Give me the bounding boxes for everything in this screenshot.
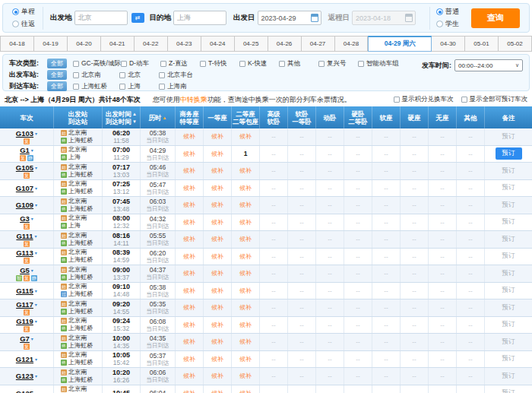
filter-option-上海虹桥[interactable]: 上海虹桥 xyxy=(73,82,119,91)
checkbox-icon[interactable] xyxy=(159,84,165,90)
train-code-link[interactable]: G107 xyxy=(16,184,33,192)
date-tab-04-28[interactable]: 04-28 xyxy=(335,36,369,52)
date-tab-04-25[interactable]: 04-25 xyxy=(235,36,268,52)
expand-caret-icon[interactable] xyxy=(35,131,37,136)
train-code-link[interactable]: G5 xyxy=(20,266,30,274)
radio-icon[interactable] xyxy=(12,21,19,27)
depart-date-input[interactable]: 2023-04-29 xyxy=(258,11,321,25)
checkbox-icon[interactable] xyxy=(119,84,125,90)
date-tab-04-27[interactable]: 04-27 xyxy=(302,36,335,52)
expand-caret-icon[interactable] xyxy=(35,319,37,324)
to-input[interactable]: 上海 xyxy=(173,11,226,25)
expand-caret-icon[interactable] xyxy=(31,216,33,221)
radio-icon[interactable] xyxy=(12,8,19,15)
col-header-hard-sleeper[interactable]: 硬卧二等卧 xyxy=(344,106,372,128)
filter-option-上海[interactable]: 上海 xyxy=(119,82,159,91)
checkbox-icon[interactable] xyxy=(160,61,166,67)
date-tab-04-22[interactable]: 04-22 xyxy=(135,36,168,52)
radio-icon[interactable] xyxy=(436,8,443,15)
expand-caret-icon[interactable] xyxy=(31,336,33,341)
checkbox-icon[interactable] xyxy=(119,72,125,78)
expand-caret-icon[interactable] xyxy=(35,233,37,239)
col-header-second-class[interactable]: 二等座二等包座 xyxy=(231,106,259,128)
train-code-link[interactable]: G7 xyxy=(20,334,30,343)
filter-option-北京南[interactable]: 北京南 xyxy=(73,71,119,80)
col-header-stations[interactable]: 出发站到达站 xyxy=(53,106,102,128)
sort-arrow-icon[interactable]: ▲ xyxy=(132,110,137,118)
swap-stations-icon[interactable] xyxy=(131,13,144,23)
calendar-icon[interactable] xyxy=(311,14,318,22)
checkbox-icon[interactable] xyxy=(121,61,127,67)
filter-option-Z-直达[interactable]: Z-直达 xyxy=(160,59,200,68)
date-tab-04-26[interactable]: 04-26 xyxy=(268,36,302,52)
date-tab-04-29[interactable]: 04-29 周六 xyxy=(368,36,432,52)
col-header-first-class[interactable]: 一等座 xyxy=(203,106,231,128)
date-tab-04-19[interactable]: 04-19 xyxy=(34,36,68,52)
train-code-link[interactable]: G115 xyxy=(16,287,33,295)
col-header-hard-seat[interactable]: 硬座 xyxy=(400,106,428,128)
train-code-link[interactable]: G105 xyxy=(16,163,33,172)
train-code-link[interactable]: G123 xyxy=(16,372,33,380)
checkbox-icon[interactable] xyxy=(461,97,467,103)
from-input[interactable]: 北京 xyxy=(74,11,128,25)
date-tab-04-30[interactable]: 04-30 xyxy=(432,36,465,52)
depart-time-select[interactable]: 00:00--24:00 xyxy=(454,59,523,71)
expand-caret-icon[interactable] xyxy=(31,268,33,273)
toggle-显示全部可预订车次[interactable]: 显示全部可预订车次 xyxy=(461,95,528,104)
date-tab-04-20[interactable]: 04-20 xyxy=(68,36,101,52)
train-code-link[interactable]: G109 xyxy=(16,201,33,209)
checkbox-icon[interactable] xyxy=(279,61,285,67)
passenger-option-学生[interactable]: 学生 xyxy=(436,19,459,29)
train-code-link[interactable]: G117 xyxy=(16,300,33,309)
query-button[interactable]: 查询 xyxy=(471,8,520,28)
date-tab-05-01[interactable]: 05-01 xyxy=(465,36,499,52)
col-header-other[interactable]: 其他 xyxy=(456,106,484,128)
col-header-duration[interactable]: 历时▲ xyxy=(140,106,175,128)
col-header-ev-sleeper[interactable]: 动卧 xyxy=(315,106,344,128)
trip-option-单程[interactable]: 单程 xyxy=(12,7,35,17)
transfer-link[interactable]: 中转换乘 xyxy=(180,96,207,103)
checkbox-icon[interactable] xyxy=(73,61,79,67)
sort-arrow-icon[interactable]: ▲ xyxy=(163,114,167,122)
checkbox-icon[interactable] xyxy=(73,84,79,90)
expand-caret-icon[interactable] xyxy=(35,302,37,307)
filter-option-K-快速[interactable]: K-快速 xyxy=(239,59,279,68)
filter-option-T-特快[interactable]: T-特快 xyxy=(200,59,239,68)
filter-option-GC-高铁/城际[interactable]: GC-高铁/城际 xyxy=(73,59,121,68)
col-header-train-no[interactable]: 车次 xyxy=(0,106,53,128)
train-code-link[interactable]: G121 xyxy=(16,355,33,363)
date-tab-04-23[interactable]: 04-23 xyxy=(168,36,201,52)
checkbox-icon[interactable] xyxy=(318,61,325,67)
expand-caret-icon[interactable] xyxy=(31,147,33,153)
col-header-soft-seat[interactable]: 软座 xyxy=(372,106,400,128)
expand-caret-icon[interactable] xyxy=(35,250,37,255)
passenger-option-普通[interactable]: 普通 xyxy=(436,7,459,17)
col-header-times[interactable]: 出发时间▲到达时间▼ xyxy=(102,106,140,128)
filter-option-智能动车组[interactable]: 智能动车组 xyxy=(358,59,399,68)
filter-all-badge[interactable]: 全部 xyxy=(47,70,67,80)
filter-option-上海南[interactable]: 上海南 xyxy=(159,82,198,91)
checkbox-icon[interactable] xyxy=(200,61,206,67)
date-tab-05-02[interactable]: 05-02 xyxy=(499,36,532,52)
checkbox-icon[interactable] xyxy=(394,97,400,103)
filter-all-badge[interactable]: 全部 xyxy=(47,81,67,91)
train-code-link[interactable]: G1 xyxy=(20,146,30,154)
filter-option-复兴号[interactable]: 复兴号 xyxy=(318,59,358,68)
checkbox-icon[interactable] xyxy=(73,72,79,78)
train-code-link[interactable]: G113 xyxy=(16,249,33,257)
book-button[interactable]: 预订 xyxy=(496,147,522,160)
filter-option-其他[interactable]: 其他 xyxy=(279,59,318,68)
sort-arrow-icon[interactable]: ▼ xyxy=(132,118,137,125)
train-code-link[interactable]: G111 xyxy=(16,232,33,240)
train-code-link[interactable]: G125 xyxy=(16,389,33,393)
trip-option-往返[interactable]: 往返 xyxy=(12,19,35,29)
checkbox-icon[interactable] xyxy=(358,61,364,67)
date-tab-04-18[interactable]: 04-18 xyxy=(0,36,34,52)
col-header-business-seat[interactable]: 商务座特等座 xyxy=(175,106,203,128)
filter-option-北京丰台[interactable]: 北京丰台 xyxy=(159,71,198,80)
expand-caret-icon[interactable] xyxy=(35,357,37,362)
filter-option-D-动车[interactable]: D-动车 xyxy=(121,59,160,68)
col-header-remark[interactable]: 备注 xyxy=(484,106,532,128)
expand-caret-icon[interactable] xyxy=(35,373,37,379)
checkbox-icon[interactable] xyxy=(159,72,165,78)
